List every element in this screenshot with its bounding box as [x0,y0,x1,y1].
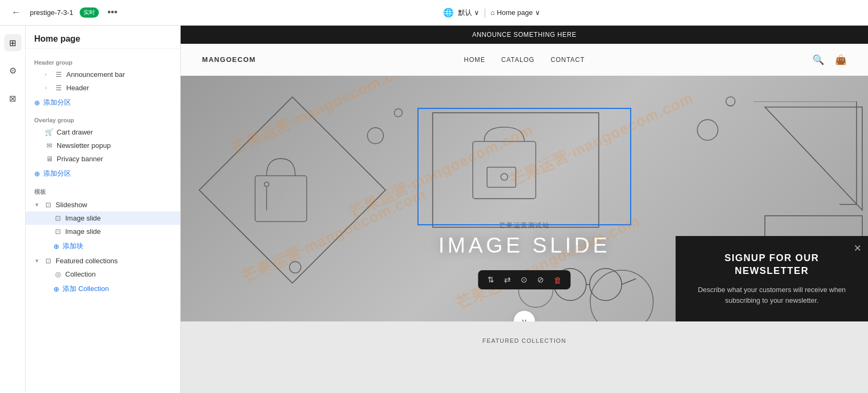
header-label: Header [66,84,172,92]
add-collection-label: 添加 Collection [63,284,109,294]
slide-subtitle: 芒果运营测试站 [438,221,610,230]
tree-item-collection[interactable]: ◎ Collection [26,268,180,281]
tree-item-header[interactable]: › ☰ Header [26,81,180,95]
image-slide-2-icon: ⊡ [53,227,62,235]
homepage-dropdown-arrow: ∨ [535,9,540,17]
nav-link-contact[interactable]: CONTACT [551,56,585,64]
svg-marker-2 [754,101,857,205]
header-icon: ☰ [55,84,63,92]
slide-toolbar: ⇅ ⇄ ⊙ ⊘ 🗑 [478,270,571,289]
image-slide-1-icon: ⊡ [53,214,62,222]
main-layout: ⊞ ⚙ ⊠ Home page Header group › ☰ Announc… [0,26,868,393]
slide-text-overlay: 芒果运营测试站 IMAGE SLIDE [438,221,610,257]
default-dropdown[interactable]: 默认 ∨ [458,8,479,18]
default-label: 默认 [458,8,472,18]
toolbar-btn-3[interactable]: ⊙ [518,273,530,286]
cart-drawer-icon: 🛒 [45,128,53,136]
tree-item-featured-collections[interactable]: ▼ ⊡ Featured collections [26,254,180,268]
canvas-area: ANNOUNCE SOMETHING HERE MANGOECOM HOME C… [181,26,868,393]
svg-point-10 [290,262,301,273]
sidebar-icon-grid[interactable]: ⊠ [4,90,21,107]
nav-links: HOME CATALOG CONTACT [363,56,686,64]
sidebar-icon-settings[interactable]: ⚙ [4,62,21,79]
slide-selection-box [417,108,631,225]
svg-point-11 [590,270,653,321]
watermark-3: 芒果运营·mangoecom.com [239,184,430,287]
svg-point-18 [501,174,508,180]
add-block-slideshow[interactable]: ⊕ 添加块 [26,238,180,254]
tree-item-cart-drawer[interactable]: 🛒 Cart drawer [26,125,180,139]
add-section-header[interactable]: ⊕ 添加分区 [26,95,180,111]
announce-bar: ANNOUNCE SOMETHING HERE [181,26,868,44]
toolbar-btn-delete[interactable]: 🗑 [551,274,564,286]
slideshow-arrow: ▼ [34,202,41,208]
slide-title: IMAGE SLIDE [438,233,610,257]
sidebar-icon-home[interactable]: ⊞ [4,34,21,51]
homepage-label: Home page [497,9,533,17]
panel-title: Home page [26,26,180,49]
newsletter-icon: ✉ [45,142,53,150]
svg-point-6 [367,128,383,144]
nav-link-catalog[interactable]: CATALOG [501,56,534,64]
svg-point-15 [264,182,269,187]
section-label-template: 模板 [26,182,180,198]
preview-frame: ANNOUNCE SOMETHING HERE MANGOECOM HOME C… [181,26,868,393]
sidebar-icons: ⊞ ⚙ ⊠ [0,26,26,393]
svg-marker-3 [754,101,868,239]
image-slide-2-label: Image slide [65,227,172,235]
panel-scroll: Header group › ☰ Announcement bar › ☰ He… [26,49,180,393]
cart-drawer-label: Cart drawer [57,128,172,136]
site-nav: MANGOECOM HOME CATALOG CONTACT 🔍 👜 [181,44,868,76]
section-label-header: Header group [26,53,180,68]
section-label-overlay: Overlay group [26,111,180,125]
toolbar-btn-4[interactable]: ⊘ [534,273,547,286]
slideshow-label: Slideshow [56,201,172,209]
privacy-banner-label: Privacy banner [57,155,172,163]
nav-logo: MANGOECOM [202,56,363,64]
featured-collections-arrow: ▼ [34,258,41,264]
tree-item-newsletter-popup[interactable]: ✉ Newsletter popup [26,139,180,152]
plus-icon: ⊕ [34,99,40,107]
arrow-icon: › [45,72,51,77]
homepage-dropdown[interactable]: ⌂ Home page ∨ [491,9,540,17]
svg-rect-0 [199,97,386,284]
tree-item-slideshow[interactable]: ▼ ⊡ Slideshow [26,198,180,211]
newsletter-popup: ✕ SIGNUP FOR OURNEWSLETTER Describe what… [676,236,868,321]
nav-link-home[interactable]: HOME [464,56,485,64]
add-block-label: 添加块 [63,241,83,251]
tree-item-privacy-banner[interactable]: 🖥 Privacy banner [26,152,180,166]
toolbar-btn-2[interactable]: ⇄ [501,273,514,286]
toolbar-btn-1[interactable]: ⇅ [485,273,497,286]
nav-actions: 🔍 👜 [686,54,847,66]
svg-point-20 [590,269,622,301]
add-section-overlay[interactable]: ⊕ 添加分区 [26,166,180,182]
announce-text: ANNOUNCE SOMETHING HERE [472,31,576,38]
tree-item-image-slide-2[interactable]: ⊡ Image slide [26,225,180,238]
collection-label: Collection [65,270,172,278]
svg-point-9 [726,97,735,106]
add-collection[interactable]: ⊕ 添加 Collection [26,281,180,297]
slideshow-icon: ⊡ [44,201,52,209]
add-section-label: 添加分区 [43,98,71,107]
plus-icon-4: ⊕ [53,285,59,293]
featured-collections-icon: ⊡ [44,257,52,265]
newsletter-close-button[interactable]: ✕ [854,242,862,254]
add-section-overlay-label: 添加分区 [43,169,71,178]
more-button[interactable]: ••• [107,7,118,18]
topbar-center: 🌐 默认 ∨ | ⌂ Home page ∨ [124,7,859,18]
cart-icon[interactable]: 👜 [835,54,847,66]
image-slide-1-label: Image slide [65,214,172,222]
watermark-4: 芒果运营·mangoecom.com [507,88,697,191]
newsletter-description: Describe what your customers will receiv… [692,285,852,305]
announcement-bar-icon: ☰ [55,70,63,78]
svg-rect-13 [255,176,306,222]
topbar: ← prestige-7-3-1 实时 ••• 🌐 默认 ∨ | ⌂ Home … [0,0,868,26]
svg-rect-16 [473,142,536,199]
tree-item-announcement-bar[interactable]: › ☰ Announcement bar [26,68,180,81]
search-icon[interactable]: 🔍 [812,54,824,66]
separator: | [484,7,486,18]
featured-collections-label: Featured collections [56,257,172,265]
tree-item-image-slide-1[interactable]: ⊡ Image slide [26,211,180,225]
back-button[interactable]: ← [9,5,24,20]
watermark-2: 芒果运营·mangoecom.com [346,120,537,223]
